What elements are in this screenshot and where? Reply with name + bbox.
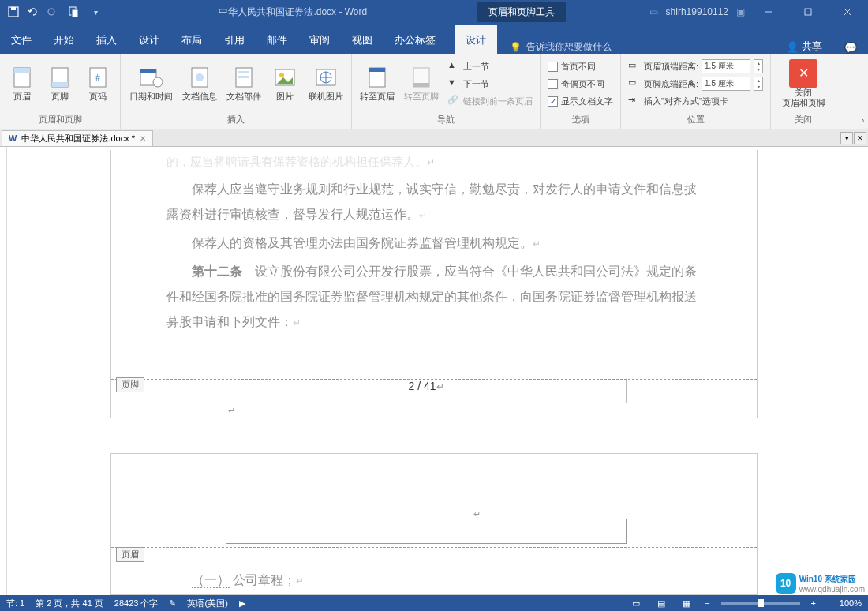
footer-icon [47, 65, 73, 90]
comments-icon[interactable]: 💬 [833, 42, 868, 54]
group-options: 首页不同 奇偶页不同 ✓显示文档文字 选项 [541, 54, 621, 129]
close-button[interactable] [832, 0, 863, 24]
tab-review[interactable]: 审阅 [298, 25, 341, 54]
group-label-insert: 插入 [121, 112, 351, 129]
web-layout-icon[interactable]: ▦ [679, 597, 694, 609]
footer-button[interactable]: 页脚 [43, 57, 77, 109]
insert-align-tab-button[interactable]: ⇥插入"对齐方式"选项卡 [626, 93, 765, 109]
redo-icon[interactable] [43, 3, 60, 21]
print-layout-icon[interactable]: ▤ [654, 597, 668, 609]
goto-header-icon [365, 65, 390, 90]
page-number-icon: # [85, 65, 110, 90]
group-label-position: 位置 [621, 112, 770, 129]
zoom-out-icon[interactable]: − [705, 598, 709, 608]
tab-hf-design[interactable]: 设计 [455, 25, 497, 54]
document-title: 中华人民共和国证券法.docx - Word [109, 6, 477, 19]
watermark-icon: 10 [776, 573, 796, 594]
share-button[interactable]: 👤 共享 [775, 39, 833, 54]
group-label-nav: 导航 [352, 112, 540, 129]
svg-rect-22 [238, 76, 249, 78]
person-icon: 👤 [786, 41, 799, 53]
link-previous-button[interactable]: 🔗链接到前一条页眉 [445, 93, 535, 109]
group-label-close: 关闭 [771, 112, 836, 129]
svg-rect-28 [369, 68, 385, 72]
zoom-slider[interactable] [721, 602, 800, 605]
ribbon-tabs: 文件 开始 插入 设计 布局 引用 邮件 审阅 视图 办公标签 设计 💡 告诉我… [0, 24, 868, 54]
tab-officetab[interactable]: 办公标签 [383, 25, 447, 54]
account-name[interactable]: shirh19910112 [666, 6, 728, 17]
save-icon[interactable] [5, 3, 22, 21]
diff-first-page-checkbox[interactable]: 首页不同 [545, 58, 615, 74]
header-distance-input[interactable]: 1.5 厘米 [702, 59, 750, 73]
header-button[interactable]: 页眉 [5, 57, 39, 109]
maximize-button[interactable] [792, 0, 824, 24]
undo-icon[interactable] [24, 3, 41, 21]
down-arrow-icon: ▼ [447, 77, 460, 90]
tab-layout[interactable]: 布局 [170, 25, 213, 54]
status-word-count[interactable]: 28423 个字 [114, 598, 159, 609]
next-section-button[interactable]: ▼下一节 [445, 76, 535, 92]
footer-distance-icon: ▭ [628, 77, 641, 90]
goto-header-button[interactable]: 转至页眉 [357, 57, 398, 109]
ribbon-options-icon[interactable]: ▣ [736, 6, 745, 17]
minimize-button[interactable] [753, 0, 784, 24]
zoom-in-icon[interactable]: + [811, 598, 816, 608]
page-number-button[interactable]: # 页码 [80, 57, 115, 109]
spell-check-icon[interactable]: ✎ [169, 598, 176, 609]
tab-close-all-icon[interactable]: ✕ [854, 132, 866, 144]
tell-me-text: 告诉我你想要做什么 [526, 40, 612, 54]
tab-mailings[interactable]: 邮件 [256, 25, 298, 54]
tab-insert[interactable]: 插入 [85, 25, 128, 54]
pin-icon[interactable]: ▭ [649, 6, 658, 17]
tab-home[interactable]: 开始 [43, 25, 85, 54]
docinfo-icon [187, 65, 212, 90]
page-2: ↵ 页眉 （一） 公司章程；↵ [110, 453, 758, 595]
document-tab-bar: W 中华人民共和国证券法.docx * ✕ ▾ ✕ [0, 129, 868, 147]
svg-rect-1 [11, 7, 16, 10]
pictures-button[interactable]: 图片 [268, 57, 302, 109]
status-section[interactable]: 节: 1 [6, 598, 24, 609]
document-tab[interactable]: W 中华人民共和国证券法.docx * ✕ [2, 130, 153, 146]
status-page[interactable]: 第 2 页，共 41 页 [36, 598, 103, 609]
close-tab-icon[interactable]: ✕ [140, 134, 146, 143]
spinner-arrows[interactable]: ▴▾ [754, 59, 763, 73]
close-header-footer-button[interactable]: ✕ 关闭页眉和页脚 [776, 57, 831, 109]
footer-distance-input[interactable]: 1.5 厘米 [702, 77, 750, 91]
paste-icon[interactable] [62, 3, 85, 21]
tab-dropdown-icon[interactable]: ▾ [840, 132, 853, 144]
datetime-button[interactable]: 日期和时间 [125, 57, 176, 109]
prev-section-button[interactable]: ▲上一节 [445, 58, 535, 74]
tell-me-box[interactable]: 💡 告诉我你想要做什么 [497, 40, 775, 54]
tab-references[interactable]: 引用 [213, 25, 256, 54]
docparts-button[interactable]: 文档部件 [223, 57, 264, 109]
document-area[interactable]: 的，应当将聘请具有保荐资格的机构担任保荐人。↵ 保荐人应当遵守业务规则和行业规范… [0, 147, 868, 595]
collapse-ribbon-icon[interactable]: ˄ [861, 118, 865, 127]
group-close: ✕ 关闭页眉和页脚 关闭 [771, 54, 836, 129]
read-mode-icon[interactable]: ▭ [629, 597, 643, 609]
svg-text:#: # [95, 73, 100, 82]
spinner-arrows[interactable]: ▴▾ [754, 77, 763, 91]
diff-odd-even-checkbox[interactable]: 奇偶页不同 [545, 76, 615, 92]
online-pictures-button[interactable]: 联机图片 [305, 57, 346, 109]
show-doc-text-checkbox[interactable]: ✓显示文档文字 [545, 93, 615, 109]
tab-view[interactable]: 视图 [341, 25, 383, 54]
cut-off-line: 的，应当将聘请具有保荐资格的机构担任保荐人。↵ [166, 150, 702, 174]
picture-icon [272, 65, 297, 90]
zoom-level[interactable]: 100% [827, 598, 862, 608]
body-paragraph: （一） 公司章程；↵ [166, 568, 702, 593]
tab-file[interactable]: 文件 [0, 25, 43, 54]
goto-footer-button[interactable]: 转至页脚 [401, 57, 442, 109]
svg-rect-6 [805, 9, 811, 15]
page-1: 的，应当将聘请具有保荐资格的机构担任保荐人。↵ 保荐人应当遵守业务规则和行业规范… [110, 150, 758, 418]
tab-design[interactable]: 设计 [128, 25, 170, 54]
share-label: 共享 [802, 39, 822, 54]
watermark-url: www.qdhuajin.com [799, 585, 865, 594]
link-icon: 🔗 [447, 95, 460, 107]
tab-bar-controls: ▾ ✕ [840, 132, 866, 144]
qat-more-icon[interactable]: ▾ [87, 3, 104, 21]
macro-icon[interactable]: ▶ [239, 598, 245, 609]
document-tab-name: 中华人民共和国证券法.docx * [21, 133, 135, 144]
docinfo-button[interactable]: 文档信息 [179, 57, 220, 109]
status-language[interactable]: 英语(美国) [187, 598, 227, 609]
footer-page-number[interactable]: 2 / 41↵ [226, 380, 626, 393]
